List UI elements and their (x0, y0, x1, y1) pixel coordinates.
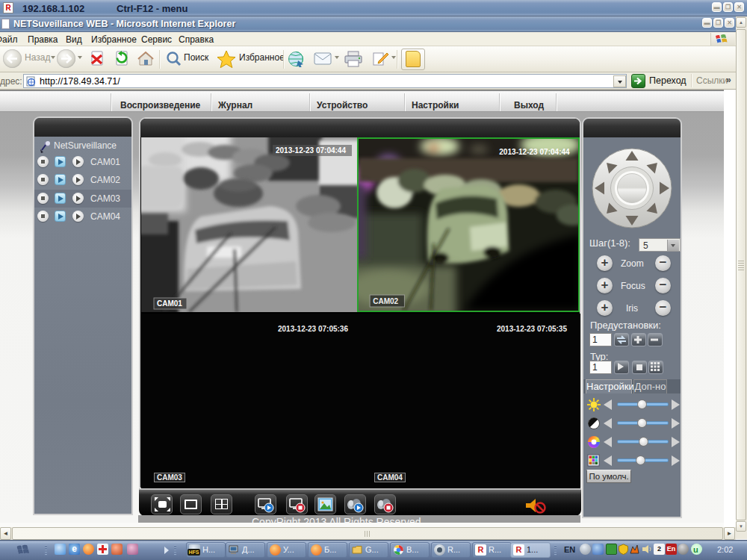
svg-text:CAM01: CAM01 (157, 299, 182, 308)
svg-text:2013-12-23 07:04:44: 2013-12-23 07:04:44 (499, 148, 570, 156)
svg-text:CAM02: CAM02 (373, 297, 398, 305)
svg-text:2013-12-23 07:04:44: 2013-12-23 07:04:44 (276, 146, 346, 155)
